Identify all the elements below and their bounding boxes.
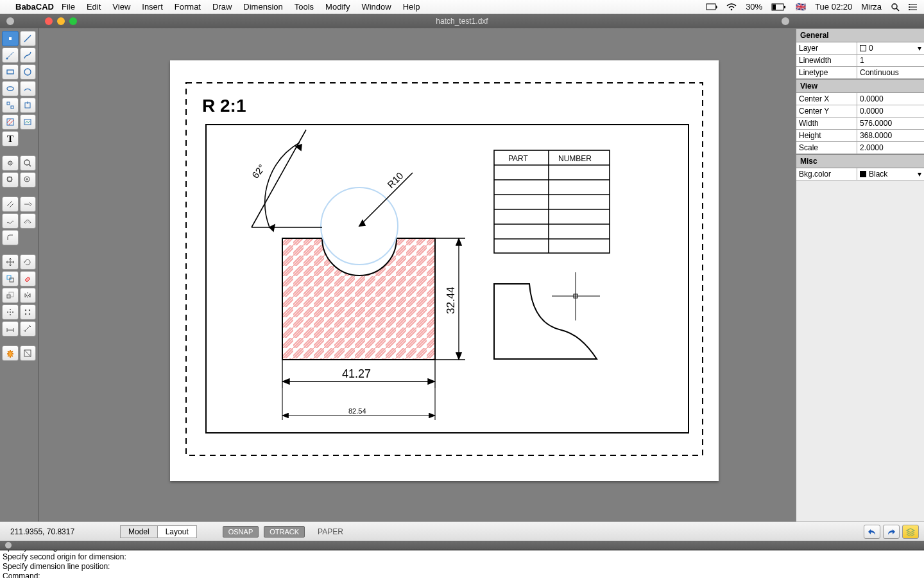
tool-move[interactable] (2, 254, 19, 270)
tool-text[interactable]: T (2, 131, 19, 146)
hatched-part (282, 238, 435, 360)
svg-rect-21 (11, 106, 13, 109)
redo-button[interactable] (883, 525, 900, 539)
menu-file[interactable]: File (62, 2, 75, 12)
tool-array-polar[interactable] (2, 304, 19, 320)
dim-horizontal-2-value: 82.54 (348, 407, 366, 415)
prop-width-label: Width (796, 118, 857, 129)
tool-fillet[interactable] (2, 230, 19, 245)
tool-zoom-window[interactable] (2, 172, 19, 188)
app-name[interactable]: BabaCAD (15, 2, 54, 12)
drawing-canvas[interactable]: R 2:1 (38, 28, 796, 521)
menu-view[interactable]: View (112, 2, 130, 12)
svg-point-43 (12, 311, 13, 313)
tool-dim-aligned[interactable] (20, 321, 37, 337)
prop-height-value[interactable]: 368.0000 (857, 130, 924, 141)
tool-point[interactable] (2, 31, 19, 46)
close-window-button[interactable] (45, 17, 53, 25)
tool-insert-block[interactable] (20, 98, 37, 113)
menu-modify[interactable]: Modify (325, 2, 350, 12)
menu-help[interactable]: Help (403, 2, 420, 12)
tab-layout[interactable]: Layout (157, 525, 197, 538)
tool-ellipse[interactable] (2, 81, 19, 96)
menu-draw[interactable]: Draw (212, 2, 232, 12)
prop-scale-label: Scale (796, 142, 857, 153)
prop-linetype-value[interactable]: Continuous (857, 67, 924, 78)
svg-rect-20 (7, 102, 10, 105)
zoom-window-button[interactable] (69, 17, 77, 25)
flag-icon[interactable]: 🇬🇧 (796, 2, 806, 12)
wifi-icon[interactable] (726, 3, 737, 11)
tool-scale[interactable] (2, 288, 19, 303)
tool-zoom[interactable] (20, 155, 37, 171)
svg-point-44 (10, 309, 11, 310)
tool-array-rect[interactable] (20, 304, 37, 320)
spotlight-icon[interactable] (891, 3, 900, 12)
svg-line-14 (24, 35, 31, 42)
tool-region[interactable] (20, 346, 37, 361)
menu-extras-icon[interactable] (909, 3, 918, 11)
layers-button[interactable] (902, 525, 919, 539)
svg-line-53 (24, 326, 30, 331)
svg-point-45 (10, 314, 11, 315)
menu-window[interactable]: Window (361, 2, 391, 12)
undo-button[interactable] (864, 525, 880, 539)
tool-rotate[interactable] (20, 254, 37, 270)
tool-hatch[interactable] (2, 114, 19, 130)
prop-linewidth-value[interactable]: 1 (857, 55, 924, 66)
prop-layer-value[interactable]: 0▾ (857, 42, 924, 54)
space-indicator[interactable]: PAPER (318, 527, 343, 536)
tool-zoom-extents[interactable] (20, 172, 37, 188)
tab-model[interactable]: Model (120, 525, 158, 538)
menu-edit[interactable]: Edit (87, 2, 101, 12)
tool-circle[interactable] (20, 64, 37, 80)
draw-toolbar: T (0, 28, 38, 521)
prop-scale-value[interactable]: 2.0000 (857, 142, 924, 153)
svg-point-42 (7, 311, 8, 313)
status-bar: 211.9355, 70.8317 Model Layout OSNAP OTR… (0, 521, 924, 541)
minimize-window-button[interactable] (57, 17, 65, 25)
menu-format[interactable]: Format (175, 2, 201, 12)
menu-dimension[interactable]: Dimension (243, 2, 282, 12)
prop-width-value[interactable]: 576.0000 (857, 118, 924, 129)
toggle-osnap[interactable]: OSNAP (223, 526, 259, 538)
tool-explode[interactable] (2, 346, 19, 361)
command-window[interactable]: Specify first origin for dimension: Spec… (0, 550, 924, 578)
prop-centerx-value[interactable]: 0.0000 (857, 93, 924, 105)
tool-pan[interactable] (2, 155, 19, 171)
prop-linewidth-label: Linewidth (796, 55, 857, 66)
tool-trim[interactable] (2, 197, 19, 212)
user-name[interactable]: Mirza (861, 2, 882, 12)
tool-copy[interactable] (2, 271, 19, 286)
svg-point-16 (6, 58, 8, 60)
tool-extend[interactable] (20, 197, 37, 212)
paper-sheet: R 2:1 (170, 60, 719, 481)
menu-tools[interactable]: Tools (295, 2, 314, 12)
svg-point-29 (24, 160, 30, 165)
tool-dim-linear[interactable] (2, 321, 19, 337)
prop-centery-value[interactable]: 0.0000 (857, 105, 924, 117)
screen-mirror-icon[interactable] (706, 3, 717, 11)
toggle-otrack[interactable]: OTRACK (264, 526, 305, 538)
tool-offset[interactable] (20, 213, 37, 229)
dim-horizontal-2 (282, 388, 435, 420)
tool-polyline[interactable] (20, 48, 37, 63)
svg-point-18 (24, 69, 31, 75)
svg-line-30 (29, 164, 31, 166)
menu-insert[interactable]: Insert (142, 2, 163, 12)
tool-rect[interactable] (2, 64, 19, 80)
tool-erase[interactable] (20, 271, 37, 286)
cmd-prompt[interactable]: Command: (3, 572, 921, 578)
clock[interactable]: Tue 02:20 (815, 2, 852, 12)
battery-icon[interactable] (771, 3, 787, 11)
svg-point-47 (29, 310, 30, 311)
tool-break[interactable] (2, 213, 19, 229)
tool-mirror[interactable] (20, 288, 37, 303)
prop-bkgcolor-value[interactable]: Black▾ (857, 168, 924, 180)
tool-image[interactable] (20, 114, 37, 130)
tool-ray[interactable] (2, 48, 19, 63)
tool-line[interactable] (20, 31, 37, 46)
svg-line-25 (7, 119, 11, 123)
tool-arc[interactable] (20, 81, 37, 96)
tool-block[interactable] (2, 98, 19, 113)
